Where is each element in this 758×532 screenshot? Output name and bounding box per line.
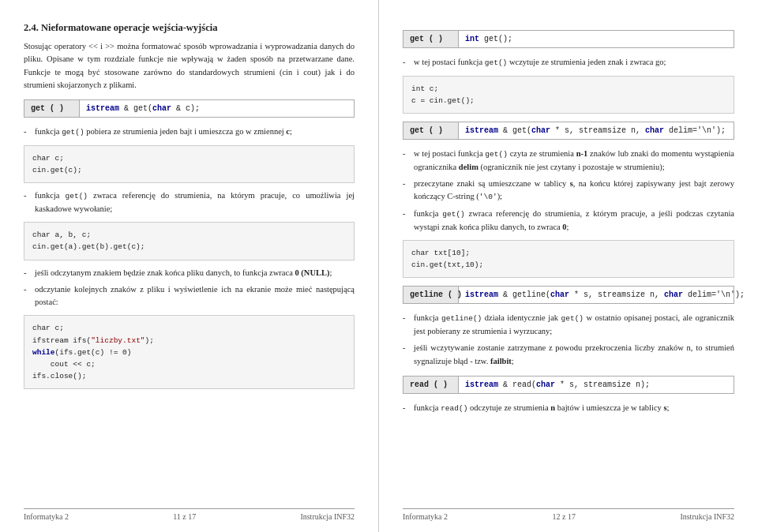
func2-name: get ( ): [403, 31, 459, 47]
intro-paragraph: Stosując operatory << i >> można formato…: [24, 40, 355, 92]
func5-sig: istream & read(char * s, streamsize n);: [459, 377, 734, 393]
footer-right-doc: Instrukcja INF32: [680, 512, 734, 521]
func5-name: read ( ): [403, 377, 459, 393]
func3-signature-box: get ( ) istream & get(char * s, streamsi…: [403, 122, 734, 140]
func1-signature-box: get ( ) istream & get(char & c);: [24, 99, 355, 118]
footer-right-title: Informatyka 2: [403, 512, 448, 521]
desc4: - odczytanie kolejnych znaków z pliku i …: [24, 283, 355, 309]
bullet3-2: - przeczytane znaki są umieszczane w tab…: [403, 178, 734, 204]
code2: char a, b, c; cin.get(a).get(b).get(c);: [24, 222, 355, 260]
func3-name: get ( ): [403, 122, 459, 139]
page-right: get ( ) int get(); - w tej postaci funkc…: [379, 0, 758, 532]
section-title: 2.4. Nieformatowane operacje wejścia-wyj…: [24, 22, 355, 34]
desc-func2-int: - w tej postaci funkcja get() wczytuje z…: [403, 56, 734, 69]
func1-sig: istream & get(char & c);: [80, 100, 354, 117]
func4-signature-box: getline ( ) istream & getline(char * s, …: [403, 286, 734, 304]
bullet3-3: - funkcja get() zwraca referencję do str…: [403, 208, 734, 234]
desc2: - funkcja get() zwraca referencję do str…: [24, 189, 355, 215]
code3: char c; ifstream ifs("liczby.txt"); whil…: [24, 315, 355, 389]
func5-signature-box: read ( ) istream & read(char * s, stream…: [403, 376, 734, 394]
func2-signature-box: get ( ) int get();: [403, 30, 734, 48]
code-int: int c; c = cin.get();: [403, 76, 734, 114]
func3-sig: istream & get(char * s, streamsize n, ch…: [459, 122, 734, 139]
bullet5-1: - funkcja read() odczytuje ze strumienia…: [403, 402, 734, 415]
desc1: - funkcja get() pobiera ze strumienia je…: [24, 126, 355, 139]
bullet3-1: - w tej postaci funkcja get() czyta ze s…: [403, 148, 734, 174]
bullet4-2: - jeśli wczytywanie zostanie zatrzymane …: [403, 342, 734, 368]
footer-left-title: Informatyka 2: [24, 512, 69, 521]
func1-name: get ( ): [24, 100, 80, 117]
desc3: - jeśli odczytanym znakiem będzie znak k…: [24, 267, 355, 279]
footer-right-page: 12 z 17: [552, 512, 575, 521]
func4-name: getline ( ): [403, 287, 459, 303]
footer-left-doc: Instrukcja INF32: [300, 512, 355, 521]
footer-left-page: 11 z 17: [173, 512, 196, 521]
footer-right: Informatyka 2 12 z 17 Instrukcja INF32: [403, 508, 734, 521]
code1: char c; cin.get(c);: [24, 145, 355, 183]
code-get-arr: char txt[10]; cin.get(txt,10);: [403, 240, 734, 278]
bullet4-1: - funkcja getline() działa identycznie j…: [403, 312, 734, 338]
func2-sig: int get();: [459, 31, 734, 47]
func4-sig: istream & getline(char * s, streamsize n…: [459, 287, 751, 303]
page-left: 2.4. Nieformatowane operacje wejścia-wyj…: [0, 0, 379, 532]
footer-left: Informatyka 2 11 z 17 Instrukcja INF32: [24, 508, 355, 521]
